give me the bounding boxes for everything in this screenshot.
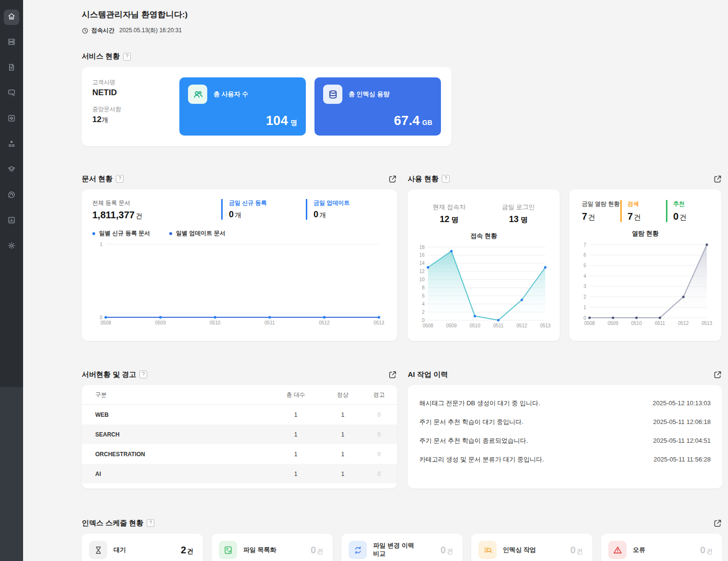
new-docs-value: 0 bbox=[229, 210, 234, 220]
index-schedule-open-button[interactable] bbox=[713, 518, 722, 528]
today-views-value: 7 bbox=[582, 211, 587, 222]
sidebar-item-documents[interactable] bbox=[4, 61, 19, 76]
ai-task-text: 주기 문서 추천 학습이 대기 중입니다. bbox=[419, 418, 524, 426]
search-label: 검색 bbox=[628, 200, 666, 208]
col-header-warning: 경고 bbox=[361, 385, 397, 405]
current-users-stat: 현재 접속자 12명 bbox=[414, 203, 484, 224]
sidebar-item-settings[interactable] bbox=[4, 239, 19, 254]
schedule-file-diff-card: 파일 변경 이력 비교 0건 bbox=[341, 534, 463, 561]
schedule-file-listing-label: 파일 목록화 bbox=[243, 546, 276, 554]
svg-text:1: 1 bbox=[100, 242, 102, 247]
app-gear-icon bbox=[7, 114, 16, 125]
today-logins-stat: 금일 로그인 13명 bbox=[484, 203, 553, 224]
access-time-value: 2025.05.13(화) 16:20:31 bbox=[119, 26, 182, 35]
ai-task-time: 2025-05-11 11:56:28 bbox=[653, 456, 711, 463]
schedule-waiting-label: 대기 bbox=[113, 546, 126, 554]
users-icon bbox=[188, 85, 207, 104]
document-status-card: 전체 등록 문서 1,811,377건 금일 신규 등록 0개 금일 업데이트 … bbox=[82, 189, 397, 341]
today-views-label: 금일 열람 현황 bbox=[582, 200, 620, 208]
access-time-row: 접속시간 2025.05.13(화) 16:20:31 bbox=[82, 26, 722, 35]
service-status-section: 서비스 현황 ? 고객사명 NETID 중앙문서함 12개 총 사용자 수 10… bbox=[82, 52, 722, 146]
view-status-card: 금일 열람 현황 7건 검색 7건 추천 0건 열람 현황 0123 bbox=[569, 189, 721, 341]
ai-task-text: 카테고리 생성 및 문서 분류가 대기 중입니다. bbox=[419, 455, 544, 464]
sitemap-icon bbox=[7, 139, 16, 150]
server-status-card: 구분 총 대수 정상 경고 WEB110 SEARCH110 bbox=[82, 385, 397, 488]
schedule-file-diff-label: 파일 변경 이력 비교 bbox=[373, 542, 419, 558]
main-content: 시스템관리자님 환영합니다:) 접속시간 2025.05.13(화) 16:20… bbox=[82, 5, 722, 561]
settings-icon bbox=[7, 241, 16, 252]
server-table: 구분 총 대수 정상 경고 WEB110 SEARCH110 bbox=[82, 385, 397, 484]
recommend-value: 0 bbox=[673, 211, 678, 222]
hourglass-icon bbox=[89, 541, 107, 559]
recommend-stat: 추천 0건 bbox=[666, 200, 712, 222]
schedule-file-diff-value: 0 bbox=[440, 545, 446, 556]
recommend-label: 추천 bbox=[673, 200, 712, 208]
ai-history-open-button[interactable] bbox=[713, 370, 722, 379]
list-item: 주기 문서 추천 학습이 대기 중입니다. 2025-05-11 12:06:1… bbox=[419, 418, 711, 426]
today-logins-value: 13 bbox=[509, 214, 518, 224]
sidebar-item-app-settings[interactable] bbox=[4, 112, 19, 127]
svg-text:4: 4 bbox=[583, 274, 586, 279]
indexing-icon bbox=[478, 541, 497, 559]
total-users-unit: 명 bbox=[290, 119, 297, 127]
server-status-open-button[interactable] bbox=[388, 370, 397, 379]
help-icon[interactable]: ? bbox=[123, 53, 131, 61]
clock-icon bbox=[82, 27, 88, 34]
svg-text:6: 6 bbox=[422, 293, 425, 299]
svg-text:12: 12 bbox=[419, 269, 425, 274]
schedule-error-value: 0 bbox=[700, 545, 705, 556]
server-status-title: 서버현황 및 경고 bbox=[82, 370, 136, 379]
sidebar-item-servers[interactable] bbox=[4, 35, 19, 50]
svg-text:0511: 0511 bbox=[493, 323, 504, 328]
help-icon[interactable]: ? bbox=[147, 519, 154, 527]
svg-text:2: 2 bbox=[583, 294, 586, 299]
svg-text:5: 5 bbox=[583, 263, 586, 268]
access-time-label: 접속시간 bbox=[91, 26, 114, 35]
home-icon bbox=[7, 12, 16, 23]
total-indexing-label: 총 인덱싱 용량 bbox=[349, 90, 389, 99]
help-icon[interactable]: ? bbox=[116, 175, 124, 183]
total-users-value: 104 bbox=[266, 113, 288, 128]
ai-history-title: AI 작업 이력 bbox=[408, 370, 448, 379]
chart-icon bbox=[7, 216, 16, 226]
svg-text:8: 8 bbox=[422, 285, 425, 290]
help-icon[interactable]: ? bbox=[442, 175, 450, 183]
chat-link-icon bbox=[7, 88, 16, 99]
warning-triangle-icon bbox=[608, 541, 627, 559]
view-chart: 01234567050805090510051105120513 bbox=[576, 241, 715, 327]
current-users-value: 12 bbox=[439, 214, 449, 224]
sidebar-item-statistics[interactable] bbox=[4, 213, 19, 229]
svg-text:0511: 0511 bbox=[655, 321, 665, 326]
doc-chart-legend: 일별 신규 등록 문서 일별 업데이트 문서 bbox=[92, 229, 387, 237]
svg-text:0512: 0512 bbox=[678, 321, 689, 326]
svg-text:0: 0 bbox=[100, 315, 102, 320]
sidebar-item-learning[interactable] bbox=[4, 162, 19, 178]
access-chart: 024681012141618050805090510051105120513 bbox=[414, 243, 553, 330]
sidebar-item-sitemap[interactable] bbox=[4, 137, 19, 152]
svg-text:0513: 0513 bbox=[702, 321, 713, 326]
legend-label-update: 일별 업데이트 문서 bbox=[176, 229, 226, 237]
svg-text:1: 1 bbox=[583, 305, 586, 310]
schedule-file-listing-value: 0 bbox=[311, 545, 316, 556]
sidebar-item-home[interactable] bbox=[4, 10, 19, 25]
sidebar-item-assistant[interactable] bbox=[4, 188, 19, 203]
schedule-indexing-card: 인덱싱 작업 0건 bbox=[471, 534, 592, 561]
col-header-type: 구분 bbox=[82, 385, 267, 405]
ai-task-time: 2025-05-12 10:13:03 bbox=[653, 399, 711, 407]
legend-dot-update bbox=[169, 232, 172, 235]
index-schedule-section: 인덱스 스케줄 현황 ? 대기 2건 파일 목록화 0건 파일 변경 이력 비교… bbox=[82, 518, 722, 561]
usage-status-open-button[interactable] bbox=[713, 174, 722, 184]
svg-text:0508: 0508 bbox=[423, 323, 434, 328]
current-users-label: 현재 접속자 bbox=[414, 203, 484, 212]
svg-text:0508: 0508 bbox=[100, 320, 112, 325]
svg-text:2: 2 bbox=[422, 310, 425, 315]
service-status-title: 서비스 현황 bbox=[82, 52, 120, 61]
document-status-open-button[interactable] bbox=[388, 174, 397, 184]
svg-text:4: 4 bbox=[422, 301, 425, 307]
sidebar-item-chat-link[interactable] bbox=[4, 86, 19, 101]
svg-text:0510: 0510 bbox=[210, 320, 221, 325]
usage-status-title: 사용 현황 bbox=[408, 175, 439, 184]
help-icon[interactable]: ? bbox=[139, 371, 147, 378]
list-item: 주기 문서 추천 학습이 종료되었습니다. 2025-05-11 12:04:5… bbox=[419, 436, 711, 445]
customer-name: NETID bbox=[92, 88, 171, 98]
